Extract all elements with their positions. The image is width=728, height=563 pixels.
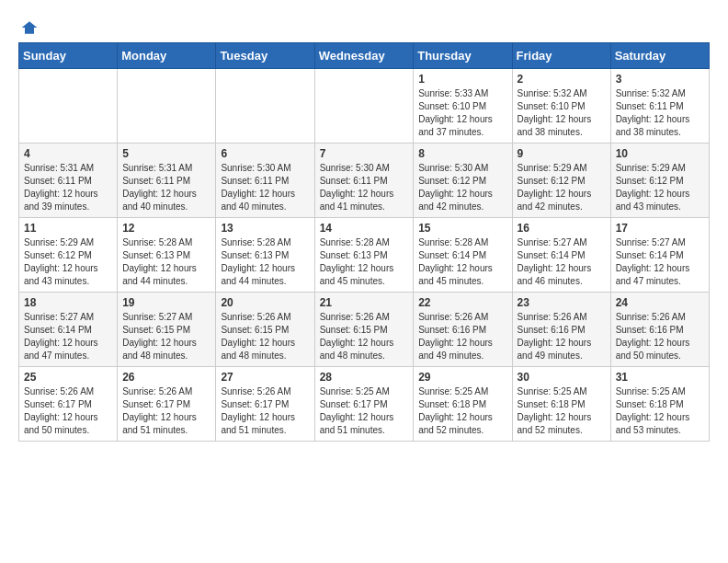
day-info: Sunrise: 5:26 AM Sunset: 6:16 PM Dayligh… [418,311,506,362]
logo [18,18,39,33]
day-info: Sunrise: 5:32 AM Sunset: 6:10 PM Dayligh… [518,87,606,139]
calendar-cell: 17Sunrise: 5:27 AM Sunset: 6:14 PM Dayli… [610,218,709,293]
calendar-cell: 11Sunrise: 5:29 AM Sunset: 6:12 PM Dayli… [19,218,118,293]
calendar-week-row: 25Sunrise: 5:26 AM Sunset: 6:17 PM Dayli… [19,367,710,442]
calendar-cell [19,69,118,144]
calendar-cell: 5Sunrise: 5:31 AM Sunset: 6:11 PM Daylig… [118,144,216,218]
page-header [18,18,710,33]
day-number: 20 [221,296,309,309]
calendar-cell [216,69,314,144]
day-number: 9 [518,147,606,160]
calendar-cell: 31Sunrise: 5:25 AM Sunset: 6:18 PM Dayli… [610,367,709,442]
day-number: 13 [221,222,309,235]
calendar-cell: 10Sunrise: 5:29 AM Sunset: 6:12 PM Dayli… [610,144,709,218]
day-number: 15 [418,222,506,235]
calendar-cell: 19Sunrise: 5:27 AM Sunset: 6:15 PM Dayli… [118,293,216,367]
day-number: 10 [616,147,704,160]
day-number: 23 [518,296,606,309]
calendar-week-row: 4Sunrise: 5:31 AM Sunset: 6:11 PM Daylig… [19,144,710,218]
calendar-cell: 14Sunrise: 5:28 AM Sunset: 6:13 PM Dayli… [314,218,414,293]
logo-icon [20,18,39,37]
calendar-cell: 18Sunrise: 5:27 AM Sunset: 6:14 PM Dayli… [19,293,118,367]
day-number: 21 [320,296,409,309]
day-info: Sunrise: 5:28 AM Sunset: 6:13 PM Dayligh… [122,236,210,288]
calendar-cell: 3Sunrise: 5:32 AM Sunset: 6:11 PM Daylig… [610,69,709,144]
day-number: 16 [518,222,606,235]
day-header-saturday: Saturday [610,43,709,69]
day-header-sunday: Sunday [19,43,118,69]
day-number: 26 [122,371,210,384]
day-number: 2 [518,73,606,86]
day-number: 18 [24,296,112,309]
day-number: 11 [24,222,112,235]
calendar-cell: 12Sunrise: 5:28 AM Sunset: 6:13 PM Dayli… [118,218,216,293]
calendar-week-row: 11Sunrise: 5:29 AM Sunset: 6:12 PM Dayli… [19,218,710,293]
day-info: Sunrise: 5:30 AM Sunset: 6:11 PM Dayligh… [320,162,409,213]
day-number: 27 [221,371,309,384]
day-info: Sunrise: 5:33 AM Sunset: 6:10 PM Dayligh… [418,87,506,139]
calendar-cell: 6Sunrise: 5:30 AM Sunset: 6:11 PM Daylig… [216,144,314,218]
day-info: Sunrise: 5:29 AM Sunset: 6:12 PM Dayligh… [24,236,112,288]
day-number: 25 [24,371,112,384]
day-number: 6 [221,147,309,160]
day-header-tuesday: Tuesday [216,43,314,69]
day-number: 5 [122,147,210,160]
calendar-cell: 1Sunrise: 5:33 AM Sunset: 6:10 PM Daylig… [414,69,512,144]
day-info: Sunrise: 5:25 AM Sunset: 6:18 PM Dayligh… [418,385,506,437]
day-number: 14 [320,222,409,235]
calendar-cell: 24Sunrise: 5:26 AM Sunset: 6:16 PM Dayli… [610,293,709,367]
calendar-cell: 15Sunrise: 5:28 AM Sunset: 6:14 PM Dayli… [414,218,512,293]
calendar-cell: 21Sunrise: 5:26 AM Sunset: 6:15 PM Dayli… [314,293,414,367]
day-info: Sunrise: 5:27 AM Sunset: 6:14 PM Dayligh… [518,236,606,288]
calendar-cell: 27Sunrise: 5:26 AM Sunset: 6:17 PM Dayli… [216,367,314,442]
day-info: Sunrise: 5:26 AM Sunset: 6:16 PM Dayligh… [616,311,704,362]
day-number: 24 [616,296,704,309]
calendar-cell [118,69,216,144]
calendar-cell: 4Sunrise: 5:31 AM Sunset: 6:11 PM Daylig… [19,144,118,218]
day-info: Sunrise: 5:26 AM Sunset: 6:15 PM Dayligh… [221,311,309,362]
day-number: 19 [122,296,210,309]
calendar-cell: 26Sunrise: 5:26 AM Sunset: 6:17 PM Dayli… [118,367,216,442]
calendar-cell: 9Sunrise: 5:29 AM Sunset: 6:12 PM Daylig… [512,144,610,218]
day-number: 29 [418,371,506,384]
day-number: 12 [122,222,210,235]
calendar-cell: 7Sunrise: 5:30 AM Sunset: 6:11 PM Daylig… [314,144,414,218]
calendar-cell: 8Sunrise: 5:30 AM Sunset: 6:12 PM Daylig… [414,144,512,218]
calendar-cell: 30Sunrise: 5:25 AM Sunset: 6:18 PM Dayli… [512,367,610,442]
day-info: Sunrise: 5:26 AM Sunset: 6:16 PM Dayligh… [518,311,606,362]
day-info: Sunrise: 5:26 AM Sunset: 6:17 PM Dayligh… [221,385,309,437]
calendar-cell: 20Sunrise: 5:26 AM Sunset: 6:15 PM Dayli… [216,293,314,367]
day-info: Sunrise: 5:28 AM Sunset: 6:13 PM Dayligh… [221,236,309,288]
day-info: Sunrise: 5:27 AM Sunset: 6:14 PM Dayligh… [616,236,704,288]
day-number: 28 [320,371,409,384]
day-info: Sunrise: 5:27 AM Sunset: 6:14 PM Dayligh… [24,311,112,362]
day-header-friday: Friday [512,43,610,69]
day-number: 8 [418,147,506,160]
day-header-monday: Monday [118,43,216,69]
day-info: Sunrise: 5:31 AM Sunset: 6:11 PM Dayligh… [24,162,112,213]
day-info: Sunrise: 5:27 AM Sunset: 6:15 PM Dayligh… [122,311,210,362]
day-info: Sunrise: 5:26 AM Sunset: 6:17 PM Dayligh… [24,385,112,437]
day-number: 7 [320,147,409,160]
calendar-cell: 2Sunrise: 5:32 AM Sunset: 6:10 PM Daylig… [512,69,610,144]
day-info: Sunrise: 5:30 AM Sunset: 6:11 PM Dayligh… [221,162,309,213]
day-info: Sunrise: 5:25 AM Sunset: 6:18 PM Dayligh… [518,385,606,437]
day-info: Sunrise: 5:30 AM Sunset: 6:12 PM Dayligh… [418,162,506,213]
calendar-cell: 28Sunrise: 5:25 AM Sunset: 6:17 PM Dayli… [314,367,414,442]
day-number: 31 [616,371,704,384]
day-info: Sunrise: 5:25 AM Sunset: 6:18 PM Dayligh… [616,385,704,437]
day-info: Sunrise: 5:26 AM Sunset: 6:17 PM Dayligh… [122,385,210,437]
day-info: Sunrise: 5:29 AM Sunset: 6:12 PM Dayligh… [616,162,704,213]
day-info: Sunrise: 5:32 AM Sunset: 6:11 PM Dayligh… [616,87,704,139]
day-number: 22 [418,296,506,309]
day-number: 3 [616,73,704,86]
calendar-table: SundayMondayTuesdayWednesdayThursdayFrid… [18,42,710,442]
calendar-cell: 25Sunrise: 5:26 AM Sunset: 6:17 PM Dayli… [19,367,118,442]
calendar-cell: 23Sunrise: 5:26 AM Sunset: 6:16 PM Dayli… [512,293,610,367]
day-number: 1 [418,73,506,86]
calendar-cell: 22Sunrise: 5:26 AM Sunset: 6:16 PM Dayli… [414,293,512,367]
day-info: Sunrise: 5:28 AM Sunset: 6:13 PM Dayligh… [320,236,409,288]
day-number: 17 [616,222,704,235]
calendar-week-row: 18Sunrise: 5:27 AM Sunset: 6:14 PM Dayli… [19,293,710,367]
calendar-cell: 13Sunrise: 5:28 AM Sunset: 6:13 PM Dayli… [216,218,314,293]
